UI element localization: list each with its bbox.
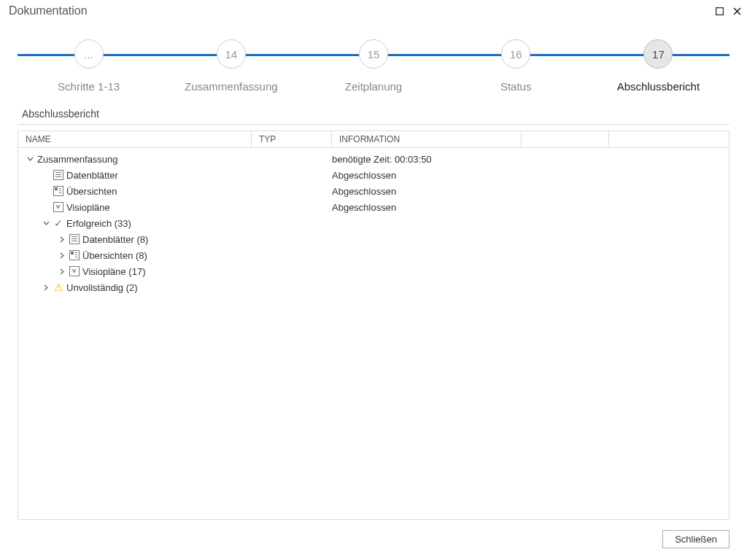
report-table: Name Typ Information Zusammenfassung ben… (18, 131, 729, 520)
document-icon (69, 234, 80, 244)
step-circle: ... (74, 39, 104, 69)
tree-row-success-overviews[interactable]: Übersichten (8) (18, 247, 729, 263)
step-label: Zeitplanung (345, 80, 402, 93)
step-circle: 14 (217, 39, 246, 69)
step-label: Zusammenfassung (185, 80, 278, 93)
chevron-down-icon[interactable] (42, 219, 50, 228)
close-icon[interactable] (731, 5, 743, 17)
tree-row-overviews[interactable]: Übersichten Abgeschlossen (18, 183, 729, 199)
maximize-icon[interactable] (713, 5, 725, 17)
section-title: Abschlussbericht (22, 108, 729, 120)
visio-icon (69, 266, 80, 276)
step-label: Status (500, 80, 532, 93)
svg-rect-0 (716, 7, 723, 15)
step-15[interactable]: 15 Zeitplanung (302, 39, 444, 93)
section-underline (18, 124, 729, 125)
chevron-right-icon[interactable] (58, 235, 66, 244)
step-label: Abschlussbericht (617, 80, 700, 93)
check-icon: ✓ (53, 218, 63, 228)
close-button[interactable]: Schließen (662, 530, 729, 548)
tree-row-incomplete[interactable]: ⚠ Unvollständig (2) (18, 279, 729, 295)
tree-label: Visiopläne (66, 202, 110, 213)
chevron-right-icon[interactable] (58, 251, 66, 260)
tree-row-visio[interactable]: Visiopläne Abgeschlossen (18, 199, 729, 215)
chevron-down-icon[interactable] (26, 155, 34, 163)
tree-label: Erfolgreich (33) (66, 218, 131, 229)
tree-info: Abgeschlossen (332, 186, 721, 197)
step-14[interactable]: 14 Zusammenfassung (160, 39, 302, 93)
tree-row-datasheets[interactable]: Datenblätter Abgeschlossen (18, 167, 729, 183)
form-icon (53, 186, 63, 196)
tree-row-success[interactable]: ✓ Erfolgreich (33) (18, 215, 729, 231)
tree-info: benötigte Zeit: 00:03:50 (332, 154, 721, 165)
tree-label: Übersichten (8) (82, 250, 147, 261)
document-icon (53, 170, 63, 180)
tree-label: Datenblätter (66, 170, 118, 181)
tree-info: Abgeschlossen (332, 202, 721, 213)
step-1-13[interactable]: ... Schritte 1-13 (18, 39, 160, 93)
col-empty-2[interactable] (609, 131, 729, 147)
wizard-stepper: ... Schritte 1-13 14 Zusammenfassung 15 … (18, 39, 729, 90)
col-info[interactable]: Information (332, 131, 522, 147)
tree-label: Unvollständig (2) (66, 282, 138, 293)
col-typ[interactable]: Typ (252, 131, 332, 147)
col-empty-1[interactable] (522, 131, 609, 147)
step-circle: 17 (643, 39, 673, 69)
step-circle: 16 (501, 39, 530, 69)
chevron-right-icon[interactable] (58, 267, 66, 276)
visio-icon (53, 202, 63, 212)
tree-label: Datenblätter (8) (82, 234, 148, 245)
step-circle: 15 (359, 39, 388, 69)
col-name[interactable]: Name (18, 131, 252, 147)
tree-info: Abgeschlossen (332, 170, 721, 181)
chevron-right-icon[interactable] (42, 283, 50, 292)
table-header: Name Typ Information (18, 131, 729, 148)
tree-row-success-datasheets[interactable]: Datenblätter (8) (18, 231, 729, 247)
step-16[interactable]: 16 Status (445, 39, 587, 93)
tree-label: Zusammenfassung (37, 154, 118, 165)
tree-row-summary[interactable]: Zusammenfassung benötigte Zeit: 00:03:50 (18, 151, 729, 167)
step-17[interactable]: 17 Abschlussbericht (587, 39, 729, 93)
step-label: Schritte 1-13 (58, 80, 120, 93)
window-title: Dokumentation (9, 4, 88, 18)
tree-label: Übersichten (66, 186, 117, 197)
tree-row-success-visio[interactable]: Visiopläne (17) (18, 263, 729, 279)
tree-label: Visiopläne (17) (82, 266, 145, 277)
warning-icon: ⚠ (53, 282, 63, 292)
form-icon (69, 250, 80, 260)
